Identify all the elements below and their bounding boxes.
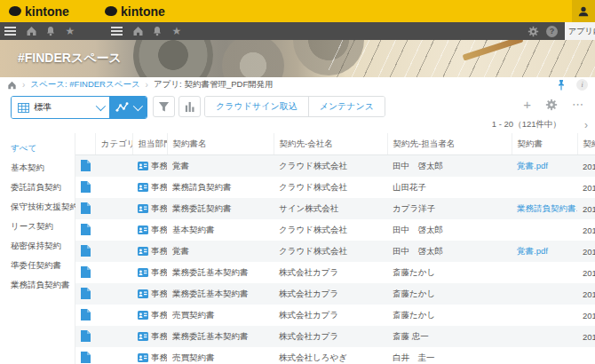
kintone-logo-text: kintone [121,4,165,19]
organization-icon [138,162,148,170]
sidebar-category-item[interactable]: 委託請負契約 [11,178,75,197]
pin-button[interactable] [557,80,566,91]
main-content: すべて基本契約委託請負契約保守技術支援契約リース契約秘密保持契約準委任契約書業務… [0,133,595,364]
open-record-button[interactable] [81,288,91,299]
user-menu-button[interactable] [572,0,595,22]
favorites-button-duplicate[interactable]: ★ [169,22,185,40]
cell-category [95,305,132,326]
pdf-file-link[interactable]: 覚書.pdf [517,161,548,170]
department-label: 事務局 [151,225,167,234]
settings-button[interactable] [528,26,539,37]
pdf-file-link[interactable]: 業務請負契約書.pdf [517,203,577,213]
favorites-button[interactable]: ★ [62,22,78,40]
cell-contact-person: 斎藤たかし [387,305,512,326]
sidebar-category-item[interactable]: すべて [11,138,75,158]
hamburger-menu-button[interactable] [2,22,18,40]
app-info-button[interactable]: i [576,79,588,91]
home-breadcrumb-button[interactable] [7,81,17,90]
maintenance-button[interactable]: メンテナンス [308,97,385,116]
table-row[interactable]: 事務局売買契約書株式会社カプラ斎藤たかし2017 [75,305,595,326]
sidebar-category-item[interactable]: 保守技術支援契約 [11,197,75,217]
table-row[interactable]: 事務局覚書クラウド株式会社田中 啓太郎覚書.pdf2019 [75,241,595,262]
sidebar-category-item[interactable]: 秘密保持契約 [11,236,75,256]
open-record-button[interactable] [81,224,91,235]
chart-button[interactable] [178,96,201,117]
filter-button[interactable] [153,96,175,117]
cell-contract-file [512,219,577,241]
cell-contract-date: 2018 [577,219,595,241]
table-row[interactable]: 事務局業務委託基本契約書株式会社カプラ斎藤たかし2018 [75,262,595,283]
document-icon [81,288,91,299]
cell-contact-person: 田中 啓太郎 [387,219,512,241]
pdf-file-link[interactable]: 覚書.pdf [517,246,548,256]
kintone-logo-icon [105,6,117,16]
sidebar-category-item[interactable]: 業務請負契約書 [11,275,75,295]
breadcrumb-space-link[interactable]: スペース: #FINDERスペース [30,79,139,91]
bar-chart-icon [184,101,195,113]
gear-icon [528,26,539,37]
organization-icon [138,204,148,213]
breadcrumb: › スペース: #FINDERスペース › アプリ: 契約書管理_PDF開発用 … [0,77,595,93]
open-record-button[interactable] [81,202,91,214]
cell-company-name: クラウド株式会社 [274,241,387,262]
pagination-next-button[interactable]: › [584,120,588,131]
current-view-name: 標準 [34,101,91,114]
table-row[interactable]: 事務局業務委託基本契約書株式会社カプラ斎藤 忠一2019 [75,326,595,347]
sidebar-category-item[interactable]: 準委任契約書 [11,256,75,275]
notifications-button-duplicate[interactable] [149,22,165,40]
cloudsign-import-button[interactable]: クラウドサイン取込 [205,97,308,116]
home-button[interactable] [23,22,39,40]
cell-department: 事務局 [132,198,167,219]
table-row[interactable]: 事務局業務委託基本契約書株式会社カプラ斎藤たかし2018 [75,283,595,305]
cell-contact-person: 斎藤たかし [387,262,512,283]
open-record-button[interactable] [81,181,91,193]
document-icon [81,160,91,171]
bell-icon [45,26,56,36]
table-row[interactable]: 事務局業務委託契約書サイン株式会社カプラ洋子業務請負契約書.pdf2019 [75,198,595,219]
cell-category [95,198,132,219]
sidebar-category-item[interactable]: 基本契約 [11,158,75,178]
cell-contract-name: 売買契約書 [167,305,274,326]
global-nav: ★ ★ ? アプリ内 [0,22,595,40]
open-record-button[interactable] [81,309,91,320]
open-record-button[interactable] [81,330,91,342]
cell-contact-person: 斎藤たかし [387,283,512,305]
department-label: 事務局 [151,246,167,256]
help-button[interactable]: ? [546,26,558,37]
table-row[interactable]: 事務局覚書クラウド株式会社田中 啓太郎覚書.pdf2019 [75,155,595,178]
info-icon: i [581,81,583,89]
table-row[interactable]: 事務局基本契約書クラウド株式会社田中 啓太郎2018 [75,219,595,241]
open-record-button[interactable] [81,160,91,171]
cell-contract-file [512,305,577,326]
cover-gear-shape [222,40,284,77]
cell-company-name: 株式会社カプラ [274,305,387,326]
hamburger-menu-button-duplicate[interactable] [108,22,124,40]
home-icon [26,26,37,36]
home-button-duplicate[interactable] [130,22,146,40]
open-record-button[interactable] [81,266,91,278]
kintone-logo[interactable]: kintone [9,0,69,22]
table-row[interactable]: 事務局業務請負契約書クラウド株式会社山田花子2019 [75,177,595,198]
document-icon [81,224,91,235]
cell-contract-name: 業務委託基本契約書 [167,262,274,283]
view-selector-dropdown[interactable]: 標準 [12,97,109,118]
cell-contract-file: 覚書.pdf [512,155,577,178]
app-search-input[interactable]: アプリ内 [565,22,595,40]
sidebar-category-item[interactable]: リース契約 [11,217,75,236]
more-options-button[interactable]: ⋯ [572,99,584,110]
graph-selector-dropdown[interactable] [109,97,147,118]
table-row[interactable]: 事務局売買契約書株式会社しろやぎ白井 圭一 [75,347,595,364]
open-record-button[interactable] [81,352,91,363]
cell-department: 事務局 [132,262,167,283]
user-icon [577,5,590,18]
pin-icon [557,80,566,91]
cell-contract-file: 業務請負契約書.pdf [512,198,577,219]
kintone-logo-duplicate[interactable]: kintone [105,0,165,22]
breadcrumb-app-label: アプリ: 契約書管理_PDF開発用 [154,79,274,91]
add-record-button[interactable]: + [523,98,531,111]
open-record-button[interactable] [81,245,91,257]
notifications-button[interactable] [43,22,59,40]
cell-contract-name: 覚書 [167,241,274,262]
organization-icon [138,226,148,234]
app-settings-button[interactable] [545,99,558,111]
